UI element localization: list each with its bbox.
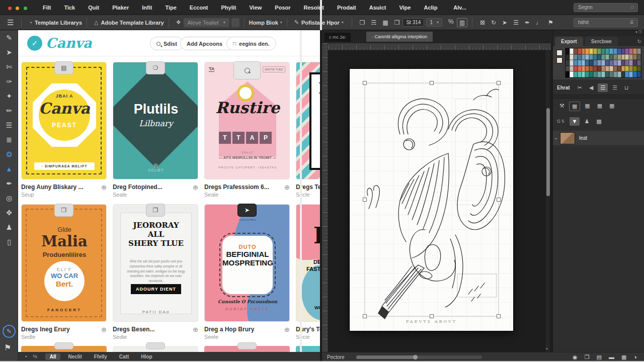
template-card[interactable]: JBAI A Canva PEAST · SIMPURAEA MELIFT ▤ … <box>21 62 107 198</box>
collapse-icon[interactable]: ▾ <box>635 30 637 34</box>
color-swatch[interactable] <box>570 60 574 66</box>
bottom-tab-ffelly[interactable]: Ffelly <box>90 353 112 360</box>
zoom-dropdown[interactable]: 1 ▾ <box>426 18 442 27</box>
color-swatch[interactable] <box>629 66 633 72</box>
grid-c-icon[interactable]: ▦ <box>595 102 605 111</box>
color-swatch[interactable] <box>613 71 617 77</box>
menu-item-aclip[interactable]: Aclip <box>417 0 444 15</box>
zoom-slider[interactable] <box>356 355 482 359</box>
color-swatch[interactable] <box>570 54 574 60</box>
menu-item-prodait[interactable]: Prodait <box>331 0 363 15</box>
layer-row[interactable]: ⌐leat <box>553 131 644 146</box>
color-swatch[interactable] <box>637 48 641 54</box>
hamburger-icon[interactable]: ☰ <box>4 18 17 27</box>
wand-tool-icon[interactable]: ✦ <box>0 88 18 103</box>
paragraph-tool-icon[interactable]: ≣ <box>0 132 18 147</box>
color-swatch[interactable] <box>578 48 582 54</box>
menu-item-phylit[interactable]: Phylit <box>215 0 243 15</box>
color-swatch[interactable] <box>582 48 586 54</box>
maximize-window-icon[interactable] <box>24 7 27 10</box>
document-tab-active[interactable]: · Carentit alitgma interpition <box>366 32 433 42</box>
align-lines-icon[interactable]: ☰ <box>510 19 522 26</box>
type-tool-icon[interactable]: ☰ <box>0 118 18 132</box>
template-card[interactable]: Jism Co ComoceWex DUTO BEFIGINIAL MOSPRE… <box>204 204 290 340</box>
select-tool-icon[interactable]: ➤ <box>0 45 18 59</box>
color-swatch[interactable] <box>570 48 574 54</box>
color-swatch[interactable] <box>601 60 605 66</box>
template-thumbnail[interactable]: Glde Malia Produenliiires ELI'F WO CAR B… <box>21 204 107 322</box>
color-swatch[interactable] <box>625 60 629 66</box>
nav-adobe-template-library[interactable]: Adobe Template Library <box>101 20 164 26</box>
color-swatch[interactable] <box>605 54 609 60</box>
minimize-window-icon[interactable] <box>16 7 19 10</box>
person-icon[interactable]: ♟ <box>582 117 592 126</box>
export-icon[interactable]: ❐ <box>585 354 590 360</box>
color-swatch[interactable] <box>578 60 582 66</box>
color-swatch[interactable] <box>613 66 617 72</box>
menu-item-quit[interactable]: Quit <box>82 0 106 15</box>
menu-item-posor[interactable]: Posor <box>268 0 297 15</box>
color-swatch[interactable] <box>629 48 633 54</box>
align-center-icon[interactable]: ☲ <box>598 83 608 92</box>
color-swatch[interactable] <box>625 48 629 54</box>
color-swatch[interactable] <box>621 48 625 54</box>
panel-icon[interactable]: ▥ <box>457 18 467 27</box>
swatch-grid[interactable] <box>565 48 641 78</box>
color-swatch[interactable] <box>625 54 629 60</box>
menubar-search-input[interactable]: Segnn □ <box>574 3 638 12</box>
color-swatch[interactable] <box>609 48 613 54</box>
color-swatch[interactable] <box>582 71 586 77</box>
template-card[interactable]: JEORORAY ALL SHERY TLUE Whe the sat old … <box>113 204 198 340</box>
add-icon[interactable]: ⊕ <box>101 184 107 191</box>
color-swatch[interactable] <box>617 66 621 72</box>
pen-tool-icon[interactable]: ✎ <box>0 30 18 45</box>
percent-icon[interactable]: % <box>445 18 457 27</box>
menu-item-vipe[interactable]: Vipe <box>392 0 417 15</box>
panel-icon[interactable]: ▦ <box>621 354 626 360</box>
contrast-icon[interactable]: ◑ <box>633 354 637 360</box>
brush-icon[interactable]: ⅍ <box>30 354 40 359</box>
template-card[interactable]: Glde Malia Produenliiires ELI'F WO CAR B… <box>21 204 107 340</box>
canva-logo[interactable]: ✓ Canva <box>27 35 92 51</box>
zoom-tool-icon[interactable]: ◎ <box>0 191 18 205</box>
bottom-tab-hlop[interactable]: Hlop <box>136 353 156 360</box>
color-swatch[interactable] <box>566 54 570 60</box>
bottom-tab-neclit[interactable]: Neclit <box>63 353 86 360</box>
no-style-icon[interactable]: ⊠ <box>477 19 488 26</box>
color-swatch[interactable] <box>578 71 582 77</box>
layer-name[interactable]: leat <box>579 135 640 141</box>
apps-icon[interactable]: ▪ <box>22 354 30 359</box>
stamp-tool-icon[interactable]: ♟ <box>0 220 18 234</box>
color-swatch[interactable] <box>593 54 597 60</box>
add-icon[interactable]: ⊕ <box>193 326 198 333</box>
nav-alove-extra[interactable] <box>231 18 239 27</box>
color-swatch[interactable] <box>605 60 609 66</box>
menu-item-tipe[interactable]: Tipe <box>158 0 183 15</box>
color-swatch[interactable] <box>609 54 613 60</box>
color-swatch[interactable] <box>605 48 609 54</box>
add-icon[interactable]: ⊕ <box>101 326 107 333</box>
color-swatch[interactable] <box>574 54 578 60</box>
color-swatch[interactable] <box>593 71 597 77</box>
color-swatch[interactable] <box>585 66 589 72</box>
color-swatch[interactable] <box>566 60 570 66</box>
color-swatch[interactable] <box>625 66 629 72</box>
card-icon[interactable]: ▬ <box>609 354 614 360</box>
color-swatch[interactable] <box>578 66 582 72</box>
add-icon[interactable]: ⊕ <box>193 184 198 191</box>
chat-clip-icon[interactable]: ❍ <box>146 61 165 74</box>
menu-item-asuict[interactable]: Asuict <box>363 0 393 15</box>
color-swatch[interactable] <box>637 60 641 66</box>
shape-tool-icon[interactable]: ▲ <box>0 161 18 176</box>
color-swatch[interactable] <box>609 60 613 66</box>
template-thumbnail[interactable]: Jism Co ComoceWex DUTO BEFIGINIAL MOSPRE… <box>204 204 290 322</box>
speaker-icon[interactable]: ◀ <box>587 83 596 92</box>
anchor-icon[interactable]: ♩ <box>533 19 545 26</box>
copy-clip-icon[interactable]: ❐ <box>146 204 165 217</box>
artboard-tool-icon[interactable]: ▯ <box>0 234 18 249</box>
menu-item-filt[interactable]: Filt <box>36 0 58 15</box>
color-swatch[interactable] <box>589 60 593 66</box>
card-title[interactable]: Dregs Prafesssiom 6... <box>204 184 269 191</box>
dock-icon[interactable]: ❐ <box>638 30 641 34</box>
card-title[interactable]: Dregs Ineg Erury <box>21 326 70 333</box>
